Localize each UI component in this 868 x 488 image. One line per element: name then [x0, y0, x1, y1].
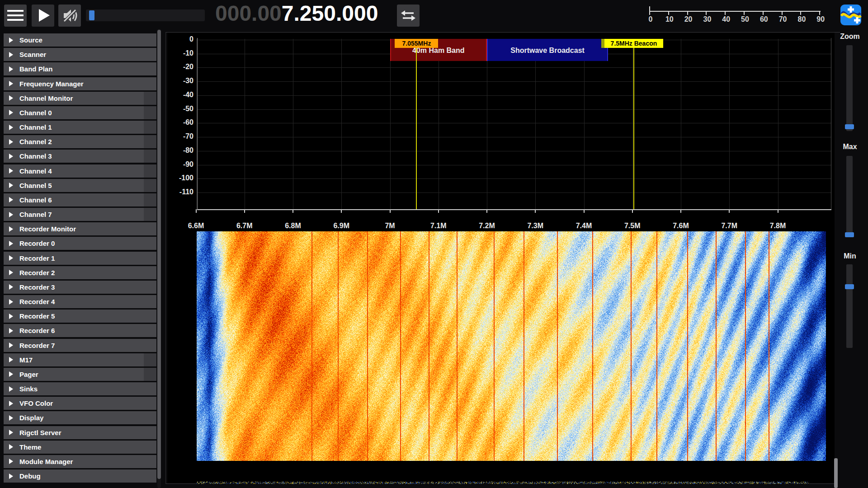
swap-button[interactable]	[397, 5, 420, 27]
collapse-arrow-icon	[9, 52, 13, 57]
snr-tick-label: 30	[703, 15, 711, 23]
freq-gridline	[584, 39, 585, 209]
sidebar-item-debug[interactable]: Debug	[4, 469, 156, 483]
freq-axis-label: 7.8M	[770, 222, 786, 230]
sidebar-item-recorder-6[interactable]: Recorder 6	[4, 324, 156, 337]
sidebar-scrollbar-track[interactable]	[157, 29, 161, 488]
sidebar-item-recorder-monitor[interactable]: Recorder Monitor	[4, 222, 156, 235]
panel-left-border	[165, 32, 166, 484]
collapse-arrow-icon	[9, 226, 13, 232]
play-button[interactable]	[32, 5, 54, 27]
sidebar-item-rigctl-server[interactable]: Rigctl Server	[4, 426, 156, 439]
waterfall-display[interactable]	[197, 231, 826, 461]
sidebar-item-module-manager[interactable]: Module Manager	[4, 455, 156, 468]
sidebar-item-channel-4[interactable]: Channel 4	[4, 164, 156, 178]
sidebar-item-label: Frequency Manager	[19, 80, 84, 88]
main-scrollbar-thumb[interactable]	[834, 458, 838, 488]
sidebar-item-m17[interactable]: M17	[4, 353, 156, 366]
mute-button[interactable]	[58, 5, 81, 27]
swap-arrows-icon	[397, 5, 420, 27]
collapse-arrow-icon	[9, 371, 13, 377]
collapse-arrow-icon	[9, 284, 13, 290]
sidebar-item-channel-6[interactable]: Channel 6	[4, 193, 156, 206]
sidebar-item-tail	[144, 150, 156, 163]
collapse-arrow-icon	[9, 212, 13, 217]
sidebar-item-recorder-7[interactable]: Recorder 7	[4, 339, 156, 352]
zoom-slider-label: Zoom	[840, 33, 860, 41]
sidebar-item-frequency-manager[interactable]: Frequency Manager	[4, 77, 156, 90]
snr-meter-axis	[650, 11, 821, 12]
freq-axis-label: 7.6M	[673, 222, 689, 230]
sidebar-item-recorder-3[interactable]: Recorder 3	[4, 281, 156, 294]
min-slider-track[interactable]	[846, 264, 853, 348]
sidebar-item-channel-5[interactable]: Channel 5	[4, 179, 156, 192]
sidebar-item-channel-7[interactable]: Channel 7	[4, 208, 156, 221]
x-axis-line	[197, 209, 831, 210]
sidebar-item-sinks[interactable]: Sinks	[4, 382, 156, 395]
snr-tick	[725, 11, 726, 15]
sidebar-item-tail	[144, 106, 156, 119]
sidebar-item-source[interactable]: Source	[4, 33, 156, 47]
sidebar-item-label: Recorder 2	[19, 269, 55, 277]
sidebar-item-label: Recorder Monitor	[19, 225, 76, 233]
collapse-arrow-icon	[9, 125, 13, 130]
freq-gridline	[390, 39, 391, 209]
sidebar-item-channel-0[interactable]: Channel 0	[4, 106, 156, 119]
sidebar-item-channel-1[interactable]: Channel 1	[4, 121, 156, 134]
sidebar-item-channel-monitor[interactable]: Channel Monitor	[4, 92, 156, 105]
sidebar-item-channel-2[interactable]: Channel 2	[4, 135, 156, 148]
sidebar-item-pager[interactable]: Pager	[4, 368, 156, 381]
sidebar-item-label: Channel 6	[19, 196, 52, 204]
frequency-display[interactable]: 000.007.250.000	[215, 1, 378, 26]
collapse-arrow-icon	[9, 343, 13, 348]
freq-axis-label: 6.9M	[333, 222, 349, 230]
sidebar-item-recorder-0[interactable]: Recorder 0	[4, 237, 156, 250]
sidebar-item-recorder-5[interactable]: Recorder 5	[4, 310, 156, 323]
max-slider-handle[interactable]	[845, 232, 854, 237]
sidebar-scrollbar-thumb[interactable]	[157, 30, 161, 479]
zoom-slider-handle[interactable]	[845, 124, 854, 129]
freq-axis-tick	[196, 209, 197, 213]
freq-gridline	[681, 39, 681, 209]
collapse-arrow-icon	[9, 444, 13, 450]
min-slider-handle[interactable]	[845, 284, 854, 289]
sidebar-item-vfo-color[interactable]: VFO Color	[4, 397, 156, 410]
sidebar-item-tail	[144, 179, 156, 192]
db-axis-label: -90	[165, 160, 193, 169]
sidebar-item-band-plan[interactable]: Band Plan	[4, 62, 156, 75]
collapse-arrow-icon	[9, 386, 13, 392]
max-slider-track[interactable]	[846, 156, 853, 237]
freq-axis-label: 7M	[385, 222, 395, 230]
freq-gridline	[778, 39, 778, 209]
sidebar-item-label: Source	[19, 36, 42, 44]
marker-label-7.055mhz[interactable]: 7.055MHz	[395, 39, 438, 48]
collapse-arrow-icon	[9, 95, 13, 101]
sidebar-item-channel-3[interactable]: Channel 3	[4, 150, 156, 163]
collapse-arrow-icon	[9, 328, 13, 333]
sidebar-item-recorder-1[interactable]: Recorder 1	[4, 252, 156, 265]
volume-slider[interactable]	[86, 9, 205, 21]
zoom-slider-track[interactable]	[846, 45, 853, 131]
snr-tick-label: 70	[779, 15, 787, 23]
sidebar-item-display[interactable]: Display	[4, 411, 156, 424]
collapse-arrow-icon	[9, 168, 13, 174]
volume-slider-handle[interactable]	[89, 10, 94, 20]
snr-tick	[687, 11, 688, 15]
sidebar-item-label: Debug	[19, 472, 41, 480]
sidebar-item-recorder-2[interactable]: Recorder 2	[4, 266, 156, 279]
sidebar-item-label: Channel 4	[19, 167, 52, 175]
snr-tick	[649, 6, 650, 15]
marker-label-7.5mhz-beacon[interactable]: 7.5MHz Beacon	[604, 39, 663, 48]
snr-tick	[706, 11, 707, 15]
plot-right-border	[831, 38, 831, 209]
sidebar-item-scanner[interactable]: Scanner	[4, 48, 156, 61]
freq-gridline	[729, 39, 730, 209]
snr-tick-label: 0	[649, 15, 653, 23]
sidebar-item-label: Pager	[19, 371, 38, 378]
menu-button[interactable]	[4, 5, 27, 27]
sidebar-item-recorder-4[interactable]: Recorder 4	[4, 295, 156, 308]
snr-tick-label: 80	[797, 15, 806, 23]
marker-line	[416, 48, 417, 209]
snr-tick	[744, 11, 745, 15]
sidebar-item-theme[interactable]: Theme	[4, 441, 156, 454]
